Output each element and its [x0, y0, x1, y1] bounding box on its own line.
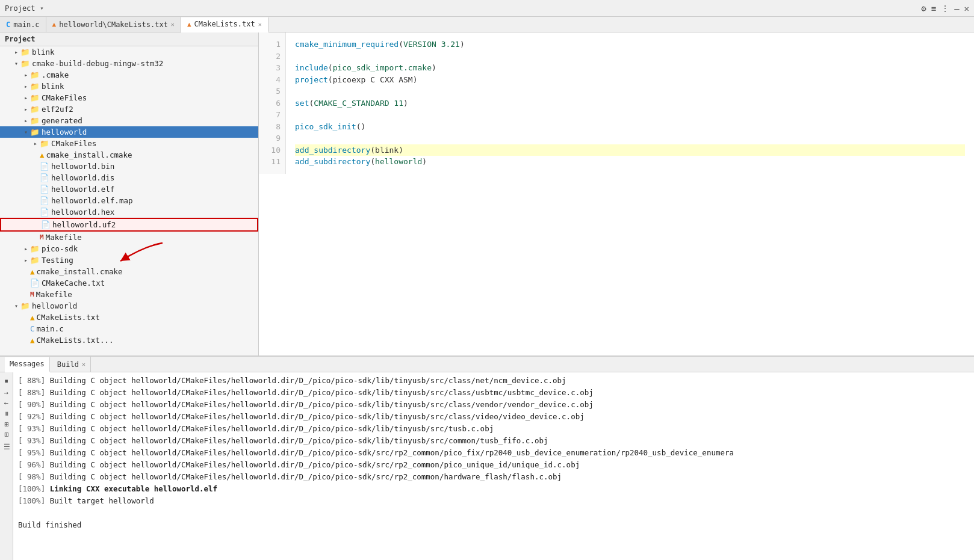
tab-build-label: Build [57, 360, 79, 369]
cmake-icon: ▲ [187, 20, 191, 28]
code-line-8: pico_sdk_init() [295, 121, 965, 133]
item-label: helloworld.hex [51, 208, 114, 217]
messages-content: [ 88%] Building C object helloworld/CMak… [13, 372, 974, 560]
tab-messages[interactable]: Messages [5, 357, 50, 372]
warning-icon: ▲ [40, 150, 45, 159]
item-label: helloworld.elf.map [51, 196, 132, 205]
item-label: CMakeLists.txt [37, 313, 100, 322]
editor-area: 1 2 3 4 5 6 7 8 9 10 11 cmake_minimum_re… [259, 32, 974, 355]
file-icon: 📄 [40, 185, 49, 194]
item-label: helloworld.elf [51, 185, 114, 194]
folder-icon: 📁 [30, 128, 40, 137]
tree-item-cmake-build[interactable]: 📁 cmake-build-debug-mingw-stm32 [0, 58, 258, 69]
arrow-icon [12, 60, 20, 67]
tab-bar: C main.c ▲ helloworld\CMakeLists.txt ✕ ▲… [0, 17, 974, 32]
code-line-11: add_subdirectory(helloworld) [295, 156, 965, 168]
warning-icon: ▲ [30, 313, 35, 322]
tree-item-helloworld-bin[interactable]: 📄 helloworld.bin [0, 161, 258, 172]
msg-line-8: [ 96%] Building C object helloworld/CMak… [18, 459, 969, 471]
arrow-icon [22, 245, 30, 252]
minimize-icon[interactable]: — [954, 4, 959, 13]
tree-item-makefile-root[interactable]: M Makefile [0, 289, 258, 300]
tree-item-pico-sdk[interactable]: 📁 pico-sdk [0, 243, 258, 254]
folder-icon: 📁 [20, 48, 30, 57]
tab-build[interactable]: Build ✕ [52, 357, 91, 372]
m-icon: M [30, 291, 34, 298]
tree-item-helloworld-folder[interactable]: 📁 helloworld [0, 126, 258, 138]
tree-item-cmake-install[interactable]: ▲ cmake_install.cmake [0, 149, 258, 161]
msg-line-9: [ 98%] Building C object helloworld/CMak… [18, 471, 969, 483]
tab-build-close[interactable]: ✕ [82, 361, 85, 368]
folder-icon: 📁 [20, 59, 30, 68]
bottom-panel: Messages Build ✕ ▪ ↑ ↓ ≡ ⊞ ⊟ ☰ [ 88%] Bu… [0, 355, 974, 560]
tab-close[interactable]: ✕ [171, 21, 175, 28]
tab-label: helloworld\CMakeLists.txt [59, 20, 168, 29]
item-label: helloworld.uf2 [52, 220, 116, 229]
msg-line-13: Build finished [18, 519, 969, 531]
msg-line-4: [ 92%] Building C object helloworld/CMak… [18, 411, 969, 423]
settings-icon[interactable]: ⚙ [921, 4, 926, 13]
tree-item-cmakelists-hw[interactable]: ▲ CMakeLists.txt [0, 312, 258, 323]
dropdown-arrow[interactable]: ▾ [40, 5, 44, 11]
code-line-6: set(CMAKE_C_STANDARD 11) [295, 97, 965, 109]
tree-item-cmake-install-root[interactable]: ▲ cmake_install.cmake [0, 266, 258, 277]
tree-item-helloworld-hex[interactable]: 📄 helloworld.hex [0, 206, 258, 218]
item-label: Makefile [46, 233, 82, 242]
bottom-tab-bar: Messages Build ✕ [0, 357, 974, 372]
tab-main-c[interactable]: C main.c [0, 17, 46, 32]
icon-7[interactable]: ☰ [1, 441, 13, 453]
icon-2[interactable]: ↑ [1, 389, 13, 397]
icon-6[interactable]: ⊟ [1, 431, 13, 438]
tree-item-elf2uf2[interactable]: 📁 elf2uf2 [0, 103, 258, 115]
code-line-3: include(pico_sdk_import.cmake) [295, 62, 965, 74]
tree-item-helloworld-dis[interactable]: 📄 helloworld.dis [0, 172, 258, 183]
menu-icon[interactable]: ≡ [931, 4, 936, 13]
tree-item-cmakefiles[interactable]: 📁 CMakeFiles [0, 92, 258, 103]
item-label: pico-sdk [42, 244, 78, 253]
cmake-icon: ▲ [52, 20, 57, 28]
msg-line-2: [ 88%] Building C object helloworld/CMak… [18, 387, 969, 399]
item-label: Makefile [36, 290, 72, 299]
tree-item-main-c[interactable]: C main.c [0, 323, 258, 334]
item-label: generated [42, 116, 82, 125]
close-icon[interactable]: ✕ [964, 4, 969, 13]
msg-line-11: [100%] Built target helloworld [18, 495, 969, 507]
item-label: blink [32, 48, 55, 57]
folder-icon: 📁 [30, 256, 40, 265]
tree-item-helloworld-uf2[interactable]: 📄 helloworld.uf2 [0, 218, 258, 232]
tab-helloworld-cmake[interactable]: ▲ helloworld\CMakeLists.txt ✕ [46, 17, 181, 32]
item-label: helloworld [42, 128, 87, 137]
tab-close[interactable]: ✕ [258, 21, 262, 28]
tree-item-helloworld-root[interactable]: 📁 helloworld [0, 300, 258, 312]
tree-item-cmakefiles2[interactable]: 📁 CMakeFiles [0, 138, 258, 149]
msg-line-10: [100%] Linking CXX executable helloworld… [18, 483, 969, 495]
tree-item-cmake-dir[interactable]: 📁 .cmake [0, 69, 258, 81]
tree-item-blink2[interactable]: 📁 blink [0, 81, 258, 92]
tree-item-helloworld-elf[interactable]: 📄 helloworld.elf [0, 183, 258, 195]
code-line-9 [295, 132, 965, 144]
icon-4[interactable]: ≡ [1, 410, 13, 417]
tree-item-blink[interactable]: 📁 blink [0, 46, 258, 58]
folder-icon: 📁 [30, 244, 40, 253]
code-content: cmake_minimum_required(VERSION 3.21) inc… [286, 32, 974, 174]
code-line-2 [295, 51, 965, 63]
tree-item-cmakelists-partial[interactable]: ▲ CMakeLists.txt... [0, 334, 258, 346]
arrow-icon [12, 303, 20, 309]
tree-item-testing[interactable]: 📁 Testing [0, 254, 258, 266]
tree-item-generated[interactable]: 📁 generated [0, 115, 258, 126]
item-label: helloworld.dis [51, 173, 114, 182]
tree-item-makefile-hw[interactable]: M Makefile [0, 232, 258, 243]
icon-1[interactable]: ▪ [1, 375, 13, 387]
code-line-10: add_subdirectory(blink) [295, 144, 965, 156]
sort-icon[interactable]: ⋮ [941, 4, 949, 13]
tab-cmake-root[interactable]: ▲ CMakeLists.txt ✕ [181, 17, 268, 32]
item-label: .cmake [42, 70, 69, 79]
top-bar: Project ▾ ⚙ ≡ ⋮ — ✕ [0, 0, 974, 17]
code-line-4: project(picoexp C CXX ASM) [295, 74, 965, 86]
arrow-icon [22, 117, 30, 124]
tree-item-cmakecache[interactable]: 📄 CMakeCache.txt [0, 277, 258, 289]
tree-item-helloworld-elf-map[interactable]: 📄 helloworld.elf.map [0, 195, 258, 206]
icon-3[interactable]: ↓ [1, 399, 13, 407]
folder-icon: 📁 [30, 93, 40, 102]
icon-5[interactable]: ⊞ [1, 420, 13, 428]
